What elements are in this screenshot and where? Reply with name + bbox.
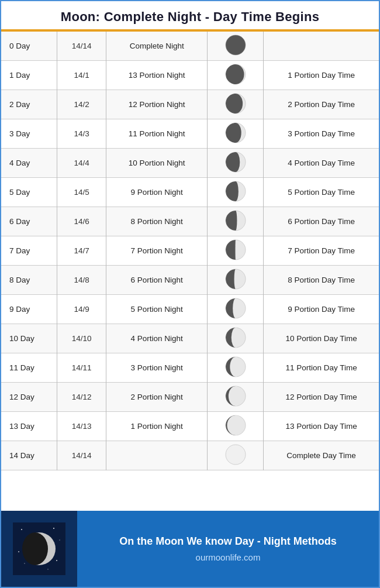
svg-point-51 [22, 532, 48, 565]
cell-fraction: 14/2 [57, 90, 106, 119]
cell-fraction: 14/10 [57, 324, 106, 353]
svg-point-49 [47, 569, 48, 569]
svg-point-44 [53, 528, 54, 529]
cell-fraction: 14/1 [57, 61, 106, 90]
table-row: 0 Day 14/14 Complete Night [1, 32, 379, 61]
cell-day: 1 Day [1, 61, 57, 90]
footer-tagline: On the Moon We know Day - Night Methods [119, 535, 337, 548]
table-row: 14 Day 14/14 Complete Day Time [1, 441, 379, 470]
table-row: 3 Day 14/3 11 Portion Night 3 Portion Da… [1, 119, 379, 149]
table-row: 8 Day 14/8 6 Portion Night 8 Portion Day… [1, 266, 379, 295]
table-row: 10 Day 14/10 4 Portion Night 10 Portion … [1, 324, 379, 353]
svg-point-45 [59, 539, 60, 540]
svg-point-21 [235, 240, 236, 260]
cell-day: 10 Day [1, 324, 57, 353]
cell-daytime: 6 Portion Day Time [264, 207, 379, 236]
svg-point-46 [18, 551, 19, 552]
table-row: 9 Day 14/9 5 Portion Night 9 Portion Day… [1, 295, 379, 324]
moon-table: 0 Day 14/14 Complete Night 1 Day 14/1 13… [1, 32, 379, 470]
cell-moon [208, 295, 264, 324]
cell-day: 4 Day [1, 149, 57, 178]
cell-day: 9 Day [1, 295, 57, 324]
svg-point-9 [230, 123, 241, 143]
cell-daytime: 4 Portion Day Time [264, 149, 379, 178]
cell-night: 8 Portion Night [106, 207, 207, 236]
cell-fraction: 14/11 [57, 353, 106, 383]
cell-day: 12 Day [1, 383, 57, 412]
table-row: 5 Day 14/5 9 Portion Night 5 Portion Day… [1, 178, 379, 207]
cell-day: 5 Day [1, 178, 57, 207]
cell-night: 9 Portion Night [106, 178, 207, 207]
table-row: 7 Day 14/7 7 Portion Night 7 Portion Day… [1, 236, 379, 266]
svg-point-33 [230, 357, 241, 377]
cell-day: 7 Day [1, 236, 57, 266]
cell-moon [208, 90, 264, 119]
svg-point-6 [229, 94, 243, 114]
cell-fraction: 14/8 [57, 266, 106, 295]
table-row: 11 Day 14/11 3 Portion Night 11 Portion … [1, 353, 379, 383]
cell-daytime: Complete Day Time [264, 441, 379, 470]
cell-night: 10 Portion Night [106, 149, 207, 178]
cell-daytime: 1 Portion Day Time [264, 61, 379, 90]
svg-point-36 [229, 386, 243, 406]
cell-night: 4 Portion Night [106, 324, 207, 353]
footer-moon-image [1, 511, 77, 587]
cell-day: 3 Day [1, 119, 57, 149]
cell-daytime: 3 Portion Day Time [264, 119, 379, 149]
table-row: 6 Day 14/6 8 Portion Night 6 Portion Day… [1, 207, 379, 236]
cell-day: 0 Day [1, 32, 57, 61]
svg-point-42 [21, 529, 22, 530]
svg-point-15 [233, 181, 239, 201]
footer: On the Moon We know Day - Night Methods … [1, 511, 379, 587]
cell-night: 5 Portion Night [106, 295, 207, 324]
svg-point-40 [226, 445, 246, 465]
cell-moon [208, 412, 264, 441]
cell-moon [208, 383, 264, 412]
cell-night: 13 Portion Night [106, 61, 207, 90]
svg-point-47 [24, 563, 25, 564]
page-header: Moon: Complete Night - Day Time Begins [1, 1, 379, 32]
cell-moon [208, 61, 264, 90]
svg-point-39 [227, 415, 244, 435]
cell-fraction: 14/14 [57, 32, 106, 61]
cell-fraction: 14/6 [57, 207, 106, 236]
svg-point-3 [227, 64, 244, 84]
cell-day: 11 Day [1, 353, 57, 383]
table-area: 0 Day 14/14 Complete Night 1 Day 14/1 13… [1, 32, 379, 511]
table-row: 13 Day 14/13 1 Portion Night 13 Portion … [1, 412, 379, 441]
cell-night: 3 Portion Night [106, 353, 207, 383]
cell-daytime: 11 Portion Day Time [264, 353, 379, 383]
cell-moon [208, 178, 264, 207]
cell-moon [208, 236, 264, 266]
cell-moon [208, 149, 264, 178]
cell-night [106, 441, 207, 470]
cell-night: 2 Portion Night [106, 383, 207, 412]
cell-daytime: 12 Portion Day Time [264, 383, 379, 412]
cell-moon [208, 353, 264, 383]
cell-fraction: 14/7 [57, 236, 106, 266]
svg-point-30 [231, 328, 240, 348]
table-row: 1 Day 14/1 13 Portion Night 1 Portion Da… [1, 61, 379, 90]
svg-point-27 [233, 298, 239, 318]
cell-fraction: 14/3 [57, 119, 106, 149]
cell-moon [208, 32, 264, 61]
cell-daytime: 7 Portion Day Time [264, 236, 379, 266]
cell-daytime: 10 Portion Day Time [264, 324, 379, 353]
cell-fraction: 14/5 [57, 178, 106, 207]
cell-moon [208, 324, 264, 353]
page-wrapper: Moon: Complete Night - Day Time Begins 0… [0, 0, 380, 588]
footer-moon-icon [13, 522, 65, 575]
cell-night: 1 Portion Night [106, 412, 207, 441]
page-title: Moon: Complete Night - Day Time Begins [7, 9, 373, 25]
cell-fraction: 14/12 [57, 383, 106, 412]
cell-daytime: 8 Portion Day Time [264, 266, 379, 295]
cell-night: 6 Portion Night [106, 266, 207, 295]
footer-text-area: On the Moon We know Day - Night Methods … [77, 529, 379, 568]
cell-night: Complete Night [106, 32, 207, 61]
svg-point-48 [56, 560, 57, 561]
cell-daytime: 9 Portion Day Time [264, 295, 379, 324]
cell-daytime: 13 Portion Day Time [264, 412, 379, 441]
cell-moon [208, 119, 264, 149]
cell-night: 12 Portion Night [106, 90, 207, 119]
svg-point-24 [234, 269, 237, 289]
